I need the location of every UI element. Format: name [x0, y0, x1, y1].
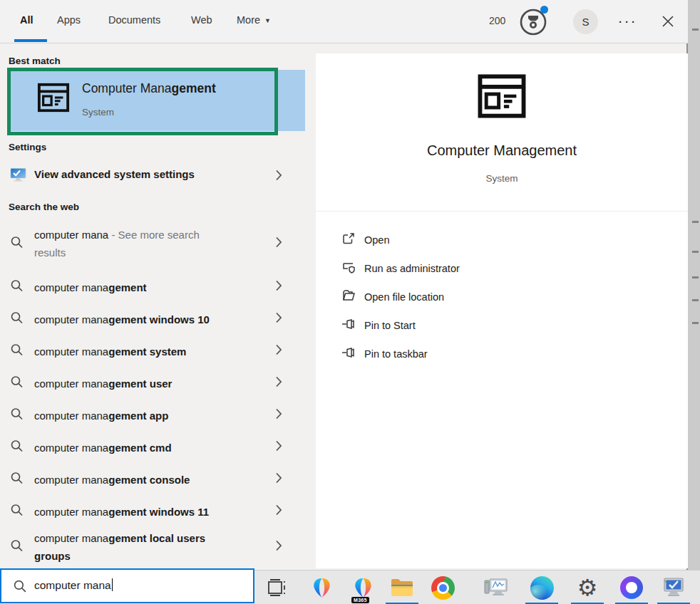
- taskbar-system-check-icon[interactable]: [657, 571, 690, 604]
- best-match-header: Best match: [9, 56, 61, 66]
- action-pin-to-start[interactable]: Pin to Start: [316, 311, 688, 340]
- rewards-points: 200: [489, 15, 505, 26]
- folder-icon: [341, 288, 356, 306]
- action-open[interactable]: Open: [316, 226, 688, 254]
- computer-management-icon: [475, 73, 528, 122]
- settings-header: Settings: [9, 142, 46, 152]
- action-pin-to-taskbar[interactable]: Pin to taskbar: [316, 340, 688, 368]
- web-suggestion-row[interactable]: computer management console: [0, 463, 305, 495]
- web-suggestion-row[interactable]: computer management app: [0, 399, 305, 431]
- computer-management-icon[interactable]: [37, 81, 70, 117]
- pin-icon: [341, 346, 357, 362]
- web-suggestion-row[interactable]: computer management windows 11: [0, 495, 305, 527]
- taskbar-copilot-icon[interactable]: [305, 571, 338, 604]
- preview-title: Computer Management: [316, 142, 688, 159]
- taskbar-performance-monitor-icon[interactable]: [480, 571, 513, 604]
- search-input-value: computer mana: [34, 579, 111, 591]
- preview-panel: Computer Management System Open Run as a…: [316, 53, 688, 568]
- search-icon: [10, 503, 24, 519]
- suggestion-completion: gement: [108, 281, 146, 293]
- rewards-medal-icon[interactable]: [518, 6, 550, 37]
- taskbar-file-explorer-icon[interactable]: [386, 571, 418, 604]
- sync-ring-icon: [620, 576, 643, 599]
- best-match-title-completion: gement: [171, 81, 215, 95]
- action-open-file-location[interactable]: Open file location: [316, 283, 688, 311]
- search-icon: [10, 407, 24, 423]
- suggestion-typed: computer mana: [34, 229, 108, 241]
- tab-web[interactable]: Web: [191, 14, 212, 26]
- suggestion-typed: computer mana: [34, 441, 108, 453]
- web-suggestion-text: computer management windows 11: [34, 502, 209, 520]
- edge-strip-mark: [692, 28, 699, 31]
- chevron-right-icon[interactable]: [275, 376, 282, 390]
- action-run-as-administrator[interactable]: Run as administrator: [316, 254, 688, 283]
- background-window-edge: [686, 0, 700, 570]
- edge-strip-mark: [692, 322, 699, 324]
- action-label: Pin to taskbar: [364, 348, 428, 360]
- tab-documents[interactable]: Documents: [108, 14, 160, 26]
- chrome-icon: [431, 576, 455, 600]
- chevron-right-icon[interactable]: [275, 344, 282, 358]
- edge-strip-mark: [692, 299, 699, 301]
- monitor-check-icon: [10, 167, 26, 186]
- taskbar-settings-gear-icon[interactable]: ⚙: [571, 571, 604, 604]
- settings-result-row[interactable]: View advanced system settings: [0, 160, 305, 192]
- web-suggestion-text: computer mana - See more search results: [34, 226, 221, 261]
- action-label: Pin to Start: [364, 320, 416, 331]
- close-icon[interactable]: [657, 11, 679, 32]
- action-label: Open: [364, 234, 389, 246]
- web-suggestion-text: computer management cmd: [34, 438, 172, 456]
- suggestion-typed: computer mana: [34, 473, 108, 485]
- suggestion-completion: gement cmd: [108, 441, 171, 453]
- m365-badge: M365: [351, 597, 369, 603]
- taskbar-sync-ring-icon[interactable]: [615, 571, 648, 604]
- chevron-right-icon[interactable]: [275, 236, 282, 251]
- web-suggestion-row[interactable]: computer management cmd: [0, 431, 305, 463]
- settings-result-label: View advanced system settings: [34, 168, 195, 180]
- taskbar-search-input[interactable]: computer mana: [0, 568, 254, 603]
- taskbar-edge-icon[interactable]: [525, 571, 558, 604]
- suggestion-completion: gement windows 11: [108, 505, 209, 517]
- suggestion-completion: gement app: [108, 409, 168, 421]
- web-suggestion-row[interactable]: computer mana - See more search results: [0, 218, 305, 269]
- chevron-right-icon[interactable]: [275, 280, 282, 294]
- gear-icon: ⚙: [577, 576, 598, 599]
- best-match-subtitle: System: [82, 107, 114, 118]
- tab-apps[interactable]: Apps: [57, 14, 81, 26]
- windows-search-panel: All Apps Documents Web More▼ 200 S ··· B…: [0, 0, 700, 604]
- chevron-right-icon[interactable]: [275, 440, 282, 454]
- web-suggestion-text: computer management user: [34, 374, 172, 392]
- task-view-icon[interactable]: [265, 577, 289, 598]
- web-suggestion-text: computer management app: [34, 406, 168, 424]
- web-suggestion-row[interactable]: computer management: [0, 271, 305, 303]
- suggestion-typed: computer mana: [34, 532, 108, 544]
- open-icon: [341, 231, 356, 249]
- chevron-right-icon[interactable]: [275, 540, 282, 554]
- account-avatar[interactable]: S: [573, 9, 598, 34]
- chevron-right-icon[interactable]: [275, 312, 282, 326]
- pin-icon: [341, 318, 357, 333]
- preview-subtitle: System: [316, 173, 688, 184]
- web-suggestion-row[interactable]: computer management local users groups: [0, 526, 305, 568]
- web-suggestion-text: computer management console: [34, 470, 190, 488]
- tab-all[interactable]: All: [20, 14, 34, 26]
- web-suggestion-row[interactable]: computer management user: [0, 367, 305, 399]
- chevron-right-icon[interactable]: [275, 504, 282, 519]
- web-suggestion-text: computer management system: [34, 342, 186, 360]
- web-suggestion-text: computer management: [34, 278, 147, 296]
- taskbar-chrome-icon[interactable]: [426, 571, 459, 604]
- web-suggestion-row[interactable]: computer management windows 10: [0, 303, 305, 335]
- active-tab-underline: [14, 39, 47, 42]
- chevron-right-icon[interactable]: [275, 408, 282, 422]
- best-match-title[interactable]: Computer Management: [82, 81, 216, 96]
- edge-strip-mark: [692, 221, 699, 223]
- suggestion-typed: computer mana: [34, 377, 108, 389]
- taskbar-m365-copilot-icon[interactable]: M365: [346, 571, 379, 604]
- web-suggestion-row[interactable]: computer management system: [0, 335, 305, 367]
- tab-more[interactable]: More▼: [237, 14, 271, 26]
- divider: [316, 211, 688, 212]
- edge-strip-mark: [692, 251, 699, 253]
- chevron-right-icon[interactable]: [275, 472, 282, 486]
- chevron-right-icon[interactable]: [275, 170, 282, 184]
- ellipsis-icon[interactable]: ···: [619, 16, 644, 28]
